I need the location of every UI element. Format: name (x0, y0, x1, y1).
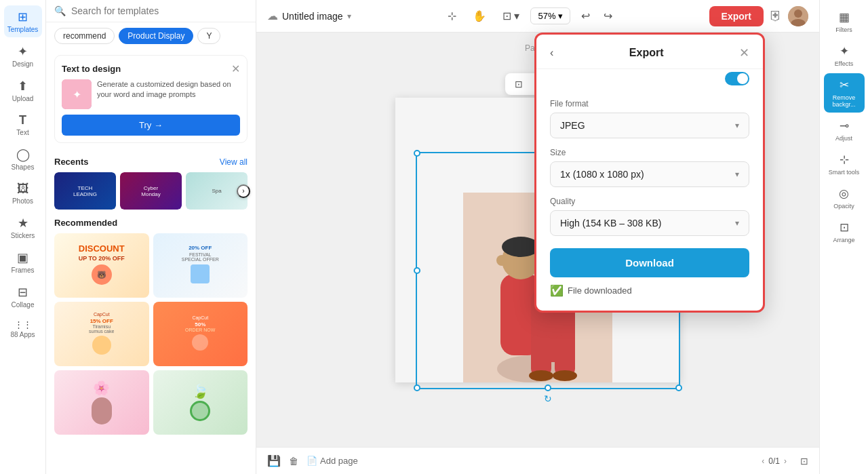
sidebar-item-templates[interactable]: ⊞ Templates (4, 5, 42, 37)
modal-body: File format JPEG ▾ Size 1x (1080 x 1080 … (536, 91, 763, 311)
smart-tools-panel-item[interactable]: ⊹ Smart tools (824, 148, 865, 180)
tag-recommend[interactable]: recommend (54, 28, 115, 44)
opacity-label: Opacity (833, 203, 854, 210)
document-icon: ☁ (267, 9, 278, 22)
floating-crop-button[interactable]: ⊡ (511, 76, 527, 92)
handle-bottom-left[interactable] (414, 384, 420, 391)
sidebar-item-label: Stickers (11, 232, 35, 239)
template-card-discount[interactable]: DISCOUNT UP TO 20% OFF 🐻 (54, 233, 149, 298)
rotate-handle[interactable]: ↻ (544, 393, 552, 404)
tools-sidebar: ⊞ Templates ✦ Design ⬆ Upload T Text ◯ S… (0, 0, 46, 474)
handle-top-left[interactable] (414, 150, 420, 157)
sidebar-item-shapes[interactable]: ◯ Shapes (4, 143, 42, 175)
size-select[interactable]: 1x (1080 x 1080 px) ▾ (550, 161, 749, 187)
view-all-button[interactable]: View all (220, 157, 248, 167)
modal-close-button[interactable]: ✕ (739, 45, 749, 60)
sidebar-item-apps[interactable]: ⋮⋮ 88 Apps (4, 315, 42, 342)
save-button[interactable]: 💾 (267, 454, 281, 467)
size-arrow-icon: ▾ (735, 170, 739, 179)
user-avatar[interactable] (788, 6, 808, 26)
handle-bottom-right[interactable] (675, 384, 682, 391)
template-card-festival[interactable]: 20% OFF FESTIVALSPECIAL OFFER (153, 233, 248, 298)
modal-title: Export (629, 47, 664, 59)
hand-tool-button[interactable]: ✋ (467, 6, 492, 26)
tag-y[interactable]: Y (197, 28, 220, 44)
toggle-row (536, 69, 763, 91)
smart-tools-label: Smart tools (829, 169, 860, 176)
effects-panel-item[interactable]: ✦ Effects (824, 39, 865, 72)
page-prev-button[interactable]: ‹ (762, 456, 764, 466)
template-card-floral[interactable]: 🌸 (54, 370, 149, 435)
recents-grid: TECHLEADING CyberMonday Spa › (54, 172, 248, 210)
toolbar-right: Export ⛨ (709, 6, 808, 26)
bottom-bar: 💾 🗑 📄 Add page ‹ 0/1 › ⊡ (256, 447, 819, 474)
delete-page-button[interactable]: 🗑 (289, 456, 298, 467)
template-card-cake[interactable]: CapCut 15% OFF Tiramisusumus cake (54, 302, 149, 366)
sidebar-item-stickers[interactable]: ★ Stickers (4, 212, 42, 243)
tags-row: recommend Product Display Y (46, 22, 256, 50)
photos-icon: 🖼 (17, 182, 29, 196)
svg-text:✦: ✦ (73, 89, 81, 100)
upload-icon: ⬆ (18, 79, 28, 94)
collage-icon: ⊟ (18, 285, 28, 300)
sidebar-item-upload[interactable]: ⬆ Upload (4, 75, 42, 106)
text-to-design-desc: Generate a customized design based on yo… (97, 79, 240, 109)
toggle-switch[interactable] (725, 72, 749, 85)
recommended-title: Recommended (54, 218, 117, 228)
add-page-button[interactable]: 📄 Add page (307, 456, 358, 466)
handle-bottom-middle[interactable] (545, 384, 551, 391)
remove-bg-panel-item[interactable]: ✂ Remove backgr... (824, 73, 865, 113)
fullscreen-button[interactable]: ⊡ (800, 456, 808, 467)
text-to-design-card: Text to design ✕ ✦ Generate a customized… (54, 55, 248, 143)
right-panel: ▦ Filters ✦ Effects ✂ Remove backgr... ⊸… (819, 0, 868, 474)
tag-product-display[interactable]: Product Display (119, 28, 193, 44)
arrange-icon: ⊡ (840, 220, 849, 235)
remove-bg-label: Remove backgr... (827, 94, 862, 108)
text-to-design-try-button[interactable]: Try → (62, 115, 240, 136)
smart-tools-icon: ⊹ (840, 153, 849, 167)
sidebar-item-label: Design (12, 60, 33, 68)
recents-title: Recents (54, 157, 89, 167)
file-format-arrow-icon: ▾ (735, 121, 739, 130)
sidebar-item-frames[interactable]: ▣ Frames (4, 246, 42, 278)
recents-next-button[interactable]: › (237, 184, 250, 198)
file-format-select[interactable]: JPEG ▾ (550, 113, 749, 138)
page-next-button[interactable]: › (784, 456, 787, 466)
recommended-grid: DISCOUNT UP TO 20% OFF 🐻 20% OFF FESTIVA… (54, 233, 248, 435)
filters-panel-item[interactable]: ▦ Filters (824, 5, 865, 38)
sidebar-item-photos[interactable]: 🖼 Photos (4, 178, 42, 209)
zoom-button[interactable]: 57% ▾ (530, 7, 570, 24)
template-card-orange[interactable]: CapCut 50% ORDER NOW (153, 302, 248, 366)
opacity-panel-item[interactable]: ◎ Opacity (824, 182, 865, 214)
adjust-panel-item[interactable]: ⊸ Adjust (824, 114, 865, 146)
sidebar-item-text[interactable]: T Text (4, 109, 42, 140)
sidebar-item-label: Upload (12, 95, 34, 102)
adjust-icon: ⊸ (840, 119, 849, 133)
download-button[interactable]: Download (550, 248, 749, 277)
frame-tool-button[interactable]: ⊡ ▾ (497, 6, 525, 26)
text-to-design-close[interactable]: ✕ (231, 62, 240, 75)
size-value: 1x (1080 x 1080 px) (560, 169, 644, 180)
sidebar-item-collage[interactable]: ⊟ Collage (4, 281, 42, 313)
recent-item-1[interactable]: TECHLEADING (54, 172, 116, 210)
shield-icon: ⛨ (769, 8, 783, 24)
handle-middle-left[interactable] (414, 267, 420, 274)
recent-item-2[interactable]: CyberMonday (120, 172, 182, 210)
modal-header: ‹ Export ✕ (536, 35, 763, 69)
recommended-section-header: Recommended (54, 218, 248, 228)
select-tool-button[interactable]: ⊹ (442, 6, 462, 26)
export-button[interactable]: Export (709, 6, 764, 26)
document-title: Untitled image (282, 11, 343, 22)
sidebar-item-design[interactable]: ✦ Design (4, 40, 42, 72)
document-title-caret[interactable]: ▾ (347, 12, 351, 21)
modal-back-button[interactable]: ‹ (550, 47, 553, 59)
page-nav: ‹ 0/1 › (762, 456, 787, 466)
redo-button[interactable]: ↪ (598, 6, 618, 26)
search-input[interactable] (71, 5, 248, 16)
undo-button[interactable]: ↩ (576, 6, 595, 26)
template-card-wreath[interactable]: 🍃 (153, 370, 248, 435)
arrange-panel-item[interactable]: ⊡ Arrange (824, 216, 865, 248)
recents-section-header: Recents View all (54, 157, 248, 167)
quality-select[interactable]: High (154 KB – 308 KB) ▾ (550, 210, 749, 236)
sidebar-item-label: 88 Apps (10, 331, 35, 338)
